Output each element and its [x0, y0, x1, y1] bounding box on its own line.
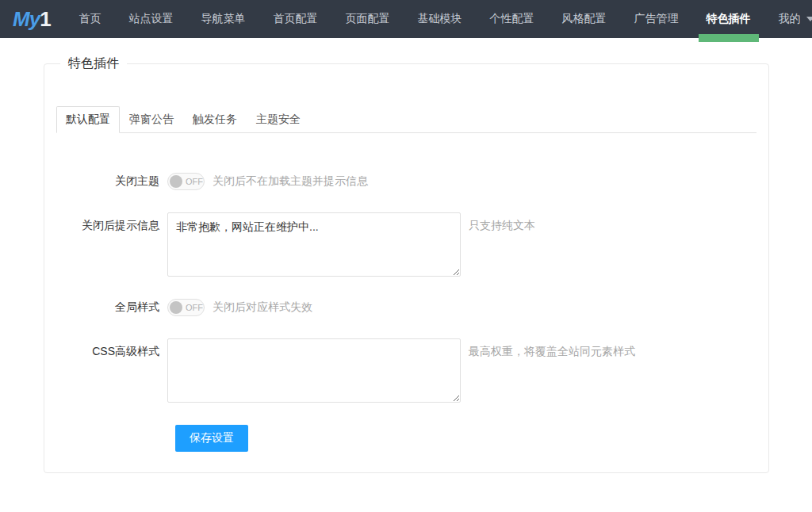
global-style-toggle[interactable]: OFF	[167, 299, 205, 316]
panel-title: 特色插件	[60, 55, 127, 72]
form-row-close-message: 关闭后提示信息 非常抱歉，网站正在维护中... 只支持纯文本	[56, 212, 756, 277]
nav-menu-item[interactable]: 广告管理	[625, 0, 688, 38]
nav-item-my-label: 我的	[779, 12, 801, 26]
form-row-close-theme: 关闭主题 OFF 关闭后不在加载主题并提示信息	[56, 173, 756, 190]
settings-tab[interactable]: 主题安全	[247, 106, 310, 133]
css-advanced-textarea[interactable]	[167, 338, 461, 403]
settings-tab-label: 触发任务	[193, 113, 237, 125]
global-style-hint: 关闭后对应样式失效	[213, 300, 312, 315]
nav-menu-item[interactable]: 导航菜单	[192, 0, 255, 38]
settings-tab[interactable]: 默认配置	[56, 106, 120, 133]
nav-menu-item-label: 广告管理	[634, 12, 679, 26]
nav-menu: 首页 站点设置 导航菜单 首页配置 页面配置	[70, 0, 769, 38]
close-theme-toggle-state: OFF	[186, 177, 203, 186]
nav-menu-item[interactable]: 特色插件	[697, 0, 760, 38]
nav-menu-item[interactable]: 首页配置	[264, 0, 327, 38]
settings-tab[interactable]: 触发任务	[183, 106, 247, 133]
nav-menu-item[interactable]: 基础模块	[408, 0, 472, 38]
nav-item-my-account[interactable]: 我的	[769, 0, 812, 38]
settings-tab[interactable]: 弹窗公告	[120, 106, 183, 133]
css-advanced-hint: 最高权重，将覆盖全站同元素样式	[469, 345, 635, 359]
nav-menu-item[interactable]: 页面配置	[336, 0, 400, 38]
logo-text-primary: My	[13, 7, 40, 32]
site-logo[interactable]: My1	[13, 0, 51, 38]
close-theme-toggle[interactable]: OFF	[167, 173, 205, 190]
nav-menu-item[interactable]: 个性配置	[481, 0, 544, 38]
nav-menu-item-label: 特色插件	[707, 12, 751, 26]
nav-menu-item[interactable]: 首页	[70, 0, 111, 38]
nav-menu-item[interactable]: 站点设置	[120, 0, 183, 38]
nav-menu-item-label: 个性配置	[490, 12, 534, 26]
close-message-hint: 只支持纯文本	[469, 219, 535, 233]
settings-tabs: 默认配置 弹窗公告 触发任务 主题安全	[56, 106, 756, 133]
nav-menu-item-label: 站点设置	[129, 12, 174, 26]
toggle-knob-icon	[170, 301, 182, 314]
nav-menu-item-label: 基础模块	[418, 12, 462, 26]
close-message-label: 关闭后提示信息	[56, 219, 167, 233]
featured-plugins-panel: 特色插件 默认配置 弹窗公告 触发任务 主题安全	[44, 55, 769, 473]
form-row-global-style: 全局样式 OFF 关闭后对应样式失效	[56, 299, 756, 316]
logo-text-secondary: 1	[40, 7, 50, 32]
save-settings-button[interactable]: 保存设置	[175, 425, 248, 452]
top-navbar: My1 首页 站点设置 导航菜单 首页配置 页面配置	[0, 0, 812, 38]
nav-right-group: 我的 前台	[769, 0, 812, 38]
global-style-toggle-state: OFF	[186, 303, 203, 312]
form-row-css-advanced: CSS高级样式 最高权重，将覆盖全站同元素样式	[56, 338, 756, 403]
nav-menu-item-label: 风格配置	[562, 12, 607, 26]
nav-menu-item-label: 首页	[79, 12, 102, 26]
nav-menu-item-label: 页面配置	[346, 12, 390, 26]
global-style-label: 全局样式	[56, 300, 167, 315]
css-advanced-label: CSS高级样式	[56, 345, 167, 359]
active-nav-underline	[699, 34, 759, 42]
toggle-knob-icon	[170, 175, 182, 188]
settings-form: 关闭主题 OFF 关闭后不在加载主题并提示信息 关闭后提示信息 非常抱歉，网站正…	[56, 173, 756, 452]
close-message-textarea[interactable]: 非常抱歉，网站正在维护中...	[167, 212, 461, 277]
main-content: 特色插件 默认配置 弹窗公告 触发任务 主题安全	[0, 38, 812, 512]
nav-menu-item[interactable]: 风格配置	[553, 0, 616, 38]
settings-tab-label: 默认配置	[66, 113, 110, 125]
settings-tab-label: 主题安全	[256, 113, 301, 125]
nav-menu-item-label: 导航菜单	[201, 12, 246, 26]
close-theme-hint: 关闭后不在加载主题并提示信息	[213, 174, 368, 189]
close-theme-label: 关闭主题	[56, 174, 167, 189]
nav-menu-item-label: 首页配置	[274, 12, 318, 26]
settings-tab-label: 弹窗公告	[129, 113, 174, 125]
caret-down-icon	[806, 17, 812, 21]
